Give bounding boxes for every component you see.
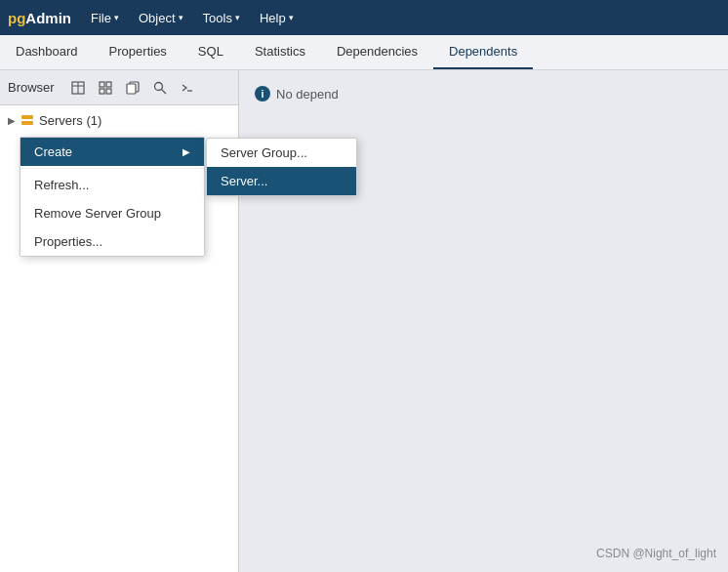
menu-tools[interactable]: Tools ▾ <box>195 7 248 29</box>
logo-admin: Admin <box>25 10 71 26</box>
svg-rect-13 <box>21 121 33 125</box>
sidebar: Browser <box>0 70 239 572</box>
ctx-refresh[interactable]: Refresh... <box>20 171 204 199</box>
menu-help-label: Help <box>260 11 286 25</box>
server-group-icon <box>20 112 35 128</box>
expand-icon: ▶ <box>8 115 16 126</box>
menu-tools-label: Tools <box>203 11 232 25</box>
svg-line-10 <box>161 89 166 94</box>
submenu-server-group[interactable]: Server Group... <box>207 139 356 167</box>
ctx-refresh-label: Refresh... <box>34 178 89 192</box>
chevron-down-icon: ▾ <box>179 13 183 22</box>
svg-rect-12 <box>21 115 33 119</box>
toolbar-copy-btn[interactable] <box>121 76 144 100</box>
sidebar-toolbar: Browser <box>0 70 238 105</box>
context-menu: Create ▶ Refresh... Remove Server Group … <box>20 137 205 257</box>
tree-item-servers[interactable]: ▶ Servers (1) <box>0 109 238 131</box>
main-layout: Browser <box>0 70 728 572</box>
tab-properties[interactable]: Properties <box>94 35 182 69</box>
search-icon <box>153 81 167 95</box>
tab-dependencies[interactable]: Dependencies <box>321 35 433 69</box>
servers-label: Servers (1) <box>39 113 101 128</box>
svg-rect-3 <box>100 82 104 87</box>
arrow-right-icon: ▶ <box>182 146 190 157</box>
tab-statistics[interactable]: Statistics <box>239 35 321 69</box>
menu-object[interactable]: Object ▾ <box>131 7 191 29</box>
chevron-down-icon: ▾ <box>114 13 119 22</box>
toolbar-terminal-btn[interactable] <box>176 76 199 100</box>
svg-rect-5 <box>100 89 104 94</box>
submenu-server-group-label: Server Group... <box>221 145 307 160</box>
ctx-remove-label: Remove Server Group <box>34 206 161 221</box>
sidebar-label: Browser <box>8 80 55 95</box>
submenu: Server Group... Server... <box>206 138 357 196</box>
toolbar-table-btn[interactable] <box>66 76 90 100</box>
menubar: pg Admin File ▾ Object ▾ Tools ▾ Help ▾ <box>0 0 728 35</box>
toolbar-grid-btn[interactable] <box>94 76 117 100</box>
ctx-properties-label: Properties... <box>34 234 102 249</box>
ctx-separator <box>20 168 204 169</box>
grid-icon <box>99 81 112 95</box>
logo-pg: pg <box>8 10 25 26</box>
svg-rect-6 <box>106 89 111 94</box>
menu-help[interactable]: Help ▾ <box>252 7 302 29</box>
sidebar-tree: ▶ Servers (1) <box>0 105 238 135</box>
table-icon <box>71 81 85 95</box>
submenu-server[interactable]: Server... <box>207 167 356 195</box>
info-icon: i <box>255 86 270 102</box>
ctx-properties[interactable]: Properties... <box>20 227 204 256</box>
svg-point-9 <box>154 82 162 90</box>
terminal-icon <box>181 81 194 95</box>
app-logo: pg Admin <box>8 10 71 26</box>
chevron-down-icon: ▾ <box>235 13 240 22</box>
submenu-server-label: Server... <box>221 174 267 188</box>
menu-file-label: File <box>91 11 111 25</box>
menu-file[interactable]: File ▾ <box>83 7 127 29</box>
no-depend-text: No depend <box>276 87 339 102</box>
menu-object-label: Object <box>139 11 176 25</box>
chevron-down-icon: ▾ <box>289 13 294 22</box>
no-dependents-message: i No depend <box>255 86 712 102</box>
ctx-remove-server-group[interactable]: Remove Server Group <box>20 199 204 227</box>
svg-rect-4 <box>106 82 111 87</box>
ctx-create[interactable]: Create ▶ <box>20 138 204 166</box>
tab-dependents[interactable]: Dependents <box>433 35 533 69</box>
watermark: CSDN @Night_of_light <box>596 547 716 560</box>
tab-dashboard[interactable]: Dashboard <box>0 35 94 69</box>
svg-rect-8 <box>127 84 136 94</box>
tabbar: Dashboard Properties SQL Statistics Depe… <box>0 35 728 70</box>
tab-sql[interactable]: SQL <box>182 35 239 69</box>
toolbar-search-btn[interactable] <box>148 76 172 100</box>
copy-icon <box>126 81 140 95</box>
ctx-create-label: Create <box>34 144 72 159</box>
